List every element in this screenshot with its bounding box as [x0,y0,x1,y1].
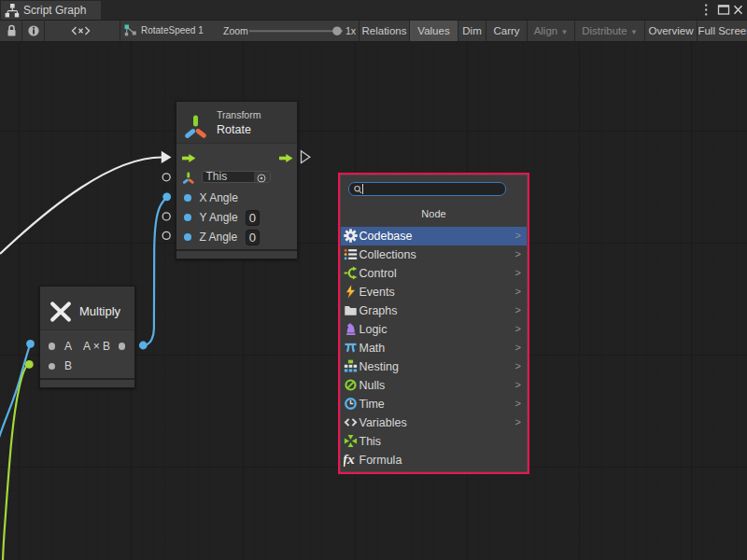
svg-text:fx: fx [344,453,355,467]
